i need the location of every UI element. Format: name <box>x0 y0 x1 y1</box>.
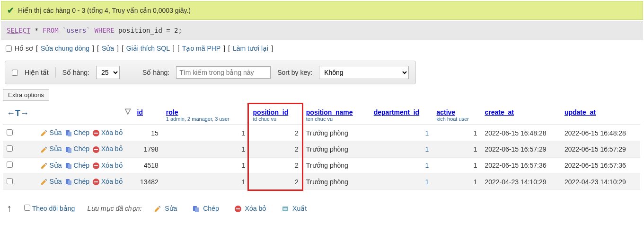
cell-department-id: 1 <box>370 125 433 141</box>
svg-rect-17 <box>195 207 199 212</box>
delete-icon <box>234 205 242 213</box>
row-delete-link[interactable]: Xóa bỏ <box>101 162 123 169</box>
delete-icon <box>92 162 100 170</box>
cell-role: 1 <box>162 157 249 173</box>
col-subhead-position-name: ten chuc vu <box>306 116 366 122</box>
row-copy-link[interactable]: Chép <box>74 129 89 136</box>
cell-active: 1 <box>432 157 481 173</box>
col-header-position-id[interactable]: position_id <box>253 108 289 116</box>
edit-link[interactable]: Sửa <box>102 45 114 52</box>
row-select-checkbox[interactable] <box>7 129 13 135</box>
svg-rect-11 <box>94 165 98 166</box>
svg-rect-13 <box>68 180 71 185</box>
col-header-update-at[interactable]: update_at <box>565 108 596 116</box>
row-select-checkbox[interactable] <box>7 145 13 152</box>
row-actions-toggle[interactable]: ←T→ <box>7 108 33 118</box>
cell-department-id: 1 <box>370 157 433 173</box>
extra-options-button[interactable]: Extra options <box>3 89 49 101</box>
sort-indicator-icon[interactable]: ▽ <box>125 107 131 116</box>
cell-id: 1798 <box>133 141 162 157</box>
col-header-position-name[interactable]: position_name <box>306 108 353 116</box>
cell-update-at: 2022-04-23 14:10:29 <box>561 173 641 189</box>
show-all-checkbox[interactable] <box>12 70 18 76</box>
table-row: SửaChépXóa bỏ451812Trưởng phòng112022-06… <box>3 157 640 173</box>
success-text: Hiển thị các hàng 0 - 3 (tổng 4, Truy vấ… <box>18 7 191 14</box>
row-copy-link[interactable]: Chép <box>74 145 89 153</box>
row-edit-link[interactable]: Sửa <box>49 162 62 169</box>
cell-active: 1 <box>432 125 481 141</box>
department-link[interactable]: 1 <box>425 178 429 186</box>
row-delete-link[interactable]: Xóa bỏ <box>101 129 123 136</box>
cell-update-at: 2022-06-15 16:48:28 <box>561 125 641 141</box>
check-icon: ✔ <box>7 5 14 16</box>
table-row: SửaChépXóa bỏ1512Trưởng phòng112022-06-1… <box>3 125 640 141</box>
row-select-checkbox[interactable] <box>7 162 13 168</box>
svg-rect-5 <box>68 148 71 153</box>
explain-sql-link[interactable]: Giải thích SQL <box>126 45 170 52</box>
table-controls: Hiện tất Số hàng: 25 Số hàng: Sort by ke… <box>5 61 416 84</box>
svg-rect-9 <box>68 164 71 169</box>
up-arrow-icon[interactable]: ↑ <box>7 202 12 215</box>
copy-icon <box>65 162 72 170</box>
edit-inline-link[interactable]: Sửa chung dòng <box>41 45 89 52</box>
pencil-icon <box>40 129 48 137</box>
col-subhead-active: kich hoat user <box>436 116 477 122</box>
svg-rect-20 <box>282 207 288 211</box>
row-edit-link[interactable]: Sửa <box>49 129 62 136</box>
row-delete-link[interactable]: Xóa bỏ <box>101 145 123 153</box>
footer-actions: ↑ Theo dõi bảng Lưu mục đã chọn: Sửa Ché… <box>0 199 644 217</box>
col-header-department-id[interactable]: department_id <box>374 108 419 116</box>
col-header-active[interactable]: active <box>436 108 455 116</box>
profile-checkbox[interactable] <box>6 45 12 52</box>
cell-position-name: Trưởng phòng <box>302 157 370 173</box>
track-table-link[interactable]: Theo dõi bảng <box>32 205 75 212</box>
cell-active: 1 <box>432 141 481 157</box>
row-edit-link[interactable]: Sửa <box>49 145 62 153</box>
col-subhead-role: 1 admin, 2 manager, 3 user <box>166 116 246 122</box>
cell-department-id: 1 <box>370 173 433 189</box>
copy-icon <box>65 178 72 186</box>
delete-icon <box>92 178 100 186</box>
department-link[interactable]: 1 <box>425 145 429 153</box>
department-link[interactable]: 1 <box>425 129 429 137</box>
svg-rect-15 <box>94 181 98 182</box>
row-select-checkbox[interactable] <box>7 178 13 184</box>
sql-table-name: `users` <box>62 27 90 34</box>
cell-id: 15 <box>133 125 162 141</box>
refresh-link[interactable]: Làm tươi lại <box>233 45 268 52</box>
col-header-role[interactable]: role <box>166 108 178 116</box>
row-copy-link[interactable]: Chép <box>74 162 89 169</box>
table-search-input[interactable] <box>176 66 271 79</box>
col-header-id[interactable]: id <box>137 108 143 116</box>
cell-create-at: 2022-06-15 16:57:29 <box>481 141 560 157</box>
track-table-checkbox[interactable] <box>24 205 30 211</box>
cell-role: 1 <box>162 173 249 189</box>
cell-create-at: 2022-04-23 14:10:29 <box>481 173 560 189</box>
footer-edit-link[interactable]: Sửa <box>165 205 177 212</box>
row-edit-link[interactable]: Sửa <box>49 178 62 185</box>
department-link[interactable]: 1 <box>425 162 429 169</box>
row-copy-link[interactable]: Chép <box>74 178 89 185</box>
copy-icon <box>65 129 72 137</box>
search-label: Số hàng: <box>142 69 169 76</box>
footer-copy-link[interactable]: Chép <box>203 205 219 212</box>
col-header-create-at[interactable]: create_at <box>485 108 514 116</box>
rows-count-label: Số hàng: <box>62 69 89 76</box>
with-selected-label: Lưu mục đã chọn: <box>87 205 141 212</box>
cell-position-name: Trưởng phòng <box>302 173 370 189</box>
footer-export-link[interactable]: Xuất <box>292 205 307 212</box>
sql-query-display: SELECT * FROM `users` WHERE position_id … <box>1 21 643 40</box>
footer-delete-link[interactable]: Xóa bỏ <box>245 205 267 212</box>
sql-keyword-where: WHERE <box>95 27 115 34</box>
rows-count-select[interactable]: 25 <box>96 66 120 79</box>
cell-position-name: Trưởng phòng <box>302 125 370 141</box>
row-delete-link[interactable]: Xóa bỏ <box>101 178 123 185</box>
pencil-icon <box>154 205 161 213</box>
php-code-link[interactable]: Tạo mã PHP <box>182 45 221 52</box>
success-message-bar: ✔ Hiển thị các hàng 0 - 3 (tổng 4, Truy … <box>1 1 643 20</box>
show-all-label: Hiện tất <box>25 69 49 76</box>
cell-position-name: Trưởng phòng <box>302 141 370 157</box>
sort-by-key-select[interactable]: Không <box>319 66 409 79</box>
cell-id: 4518 <box>133 157 162 173</box>
cell-position-id: 2 <box>249 157 302 173</box>
